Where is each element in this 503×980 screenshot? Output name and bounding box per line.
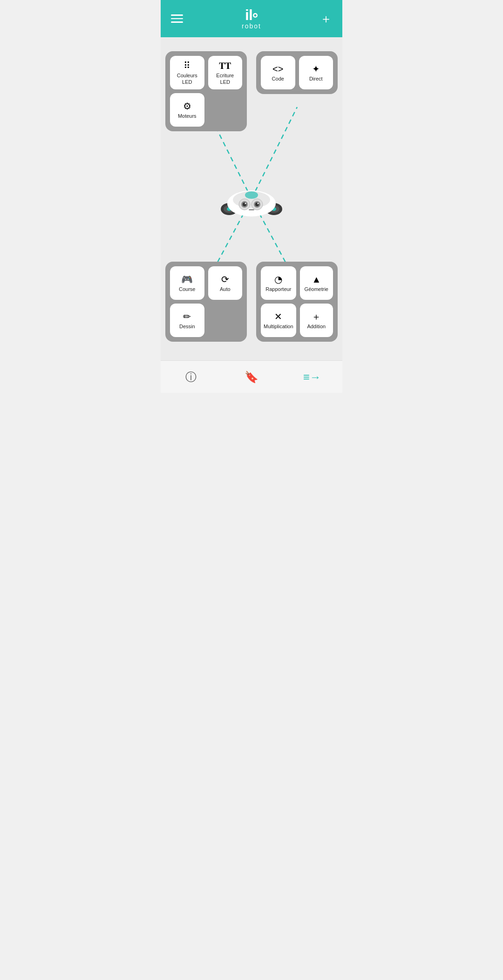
direct-label: Direct	[309, 76, 323, 82]
couleurs-led-label: Couleurs LED	[173, 73, 202, 85]
code-icon: <>	[272, 64, 283, 74]
rapporteur-label: Rapporteur	[265, 286, 291, 292]
pen-icon: ✏	[183, 312, 191, 321]
panel-bottom-left: 🎮 Course ⟳ Auto ✏ Dessin	[165, 262, 247, 342]
header: il robot ＋	[161, 0, 342, 37]
panel-top-right: <> Code ✦ Direct	[256, 51, 338, 94]
panel-br-grid: ◔ Rapporteur ▲ Géometrie ✕ Multiplicatio…	[261, 266, 333, 337]
code-label: Code	[272, 76, 284, 82]
robot-svg	[219, 176, 284, 222]
times-icon: ✕	[274, 312, 282, 321]
hamburger-line-2	[171, 18, 183, 20]
card-code[interactable]: <> Code	[261, 56, 295, 89]
menu-nav-button[interactable]: ≡→	[302, 367, 322, 387]
logo-dot	[253, 13, 258, 18]
bookmark-nav-button[interactable]: 🔖	[241, 367, 262, 387]
card-auto[interactable]: ⟳ Auto	[208, 266, 243, 300]
auto-icon: ⟳	[221, 275, 229, 284]
multiplication-label: Multiplication	[264, 324, 293, 330]
grid-icon: ⠿	[184, 61, 190, 70]
app-logo: il robot	[242, 7, 261, 30]
logo-subtitle: robot	[242, 22, 261, 30]
main-content: ⠿ Couleurs LED 𝐓𝐓 Ecriture LED ⚙ Moteurs…	[161, 37, 342, 360]
crosshair-icon: ✦	[312, 64, 320, 74]
hamburger-line-3	[171, 21, 183, 23]
gamepad-icon: 🎮	[181, 275, 193, 284]
hamburger-line-1	[171, 14, 183, 16]
svg-rect-21	[249, 209, 254, 210]
svg-point-16	[245, 203, 246, 204]
plus-icon: ＋	[312, 312, 321, 321]
gear-icon: ⚙	[183, 101, 191, 111]
card-direct[interactable]: ✦ Direct	[299, 56, 333, 89]
svg-point-12	[245, 191, 258, 199]
robot-image	[219, 176, 284, 222]
triangle-icon: ▲	[312, 275, 321, 284]
hamburger-menu-button[interactable]	[171, 14, 183, 23]
moteurs-label: Moteurs	[178, 113, 197, 119]
card-moteurs[interactable]: ⚙ Moteurs	[170, 93, 204, 127]
ecriture-led-label: Ecriture LED	[211, 73, 240, 85]
course-label: Course	[179, 286, 195, 292]
card-dessin[interactable]: ✏ Dessin	[170, 304, 204, 337]
card-addition[interactable]: ＋ Addition	[300, 304, 333, 337]
card-couleurs-led[interactable]: ⠿ Couleurs LED	[170, 56, 204, 89]
card-course[interactable]: 🎮 Course	[170, 266, 204, 300]
addition-label: Addition	[307, 324, 326, 330]
add-button[interactable]: ＋	[320, 13, 332, 25]
logo-text: il	[245, 7, 258, 22]
info-nav-button[interactable]: ⓘ	[181, 367, 201, 387]
panel-bottom-right: ◔ Rapporteur ▲ Géometrie ✕ Multiplicatio…	[256, 262, 338, 342]
panel-top-left: ⠿ Couleurs LED 𝐓𝐓 Ecriture LED ⚙ Moteurs	[165, 51, 247, 131]
bottom-navigation: ⓘ 🔖 ≡→	[161, 360, 342, 393]
menu-lines-icon: ≡→	[303, 371, 321, 384]
type-icon: 𝐓𝐓	[219, 61, 231, 70]
svg-point-20	[258, 203, 259, 204]
card-multiplication[interactable]: ✕ Multiplication	[261, 304, 296, 337]
card-ecriture-led[interactable]: 𝐓𝐓 Ecriture LED	[208, 56, 243, 89]
protractor-icon: ◔	[274, 275, 282, 284]
panel-tl-grid: ⠿ Couleurs LED 𝐓𝐓 Ecriture LED ⚙ Moteurs	[170, 56, 242, 127]
card-geometrie[interactable]: ▲ Géometrie	[300, 266, 333, 300]
panel-tr-grid: <> Code ✦ Direct	[261, 56, 333, 89]
bookmark-icon: 🔖	[245, 371, 258, 384]
dessin-label: Dessin	[179, 324, 195, 330]
geometrie-label: Géometrie	[305, 286, 328, 292]
info-icon: ⓘ	[185, 370, 197, 385]
panel-bl-grid: 🎮 Course ⟳ Auto ✏ Dessin	[170, 266, 242, 337]
card-rapporteur[interactable]: ◔ Rapporteur	[261, 266, 296, 300]
auto-label: Auto	[220, 286, 231, 292]
